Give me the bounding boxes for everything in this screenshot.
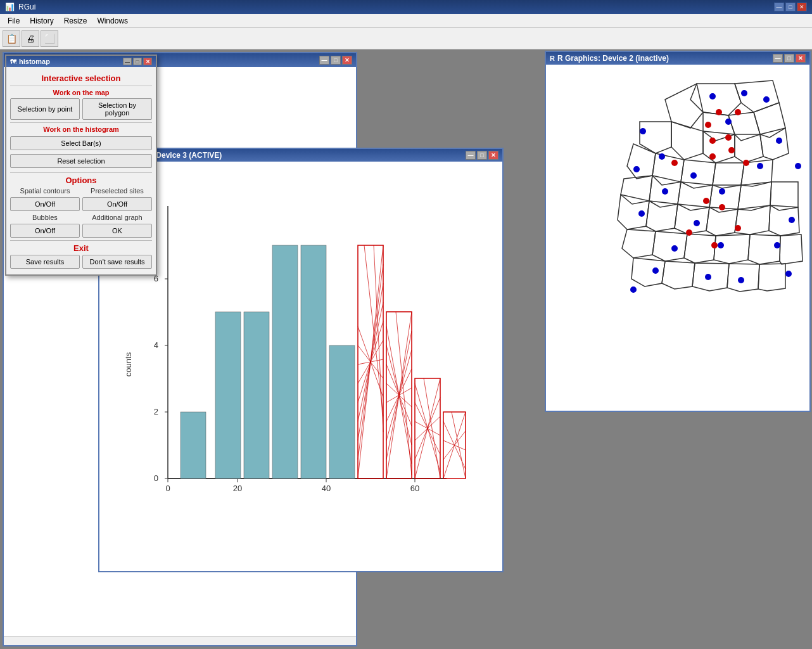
save-results-button[interactable]: Save results xyxy=(10,255,80,269)
svg-point-74 xyxy=(719,204,725,210)
svg-point-47 xyxy=(757,163,763,169)
svg-point-69 xyxy=(728,147,735,153)
minimize-button[interactable]: — xyxy=(774,3,784,11)
histomap-dialog: 🗺 histomap — □ ✕ Interactive selection W… xyxy=(5,55,157,276)
device3-window: R R Graphics: Device 3 (ACTIVE) — □ ✕ xyxy=(98,148,504,572)
selection-by-point-button[interactable]: Selection by point xyxy=(10,98,80,120)
histogram-svg: 0 2 4 6 0 20 40 xyxy=(117,174,485,555)
svg-point-53 xyxy=(638,210,645,217)
device2-title-bar: R R Graphics: Device 2 (inactive) — □ ✕ xyxy=(546,52,809,65)
svg-point-76 xyxy=(686,229,692,236)
svg-point-75 xyxy=(735,225,741,231)
bubbles-label: Bubbles xyxy=(10,214,80,221)
selection-by-polygon-button[interactable]: Selection by polygon xyxy=(82,98,152,120)
histomap-body: Interactive selection Work on the map Se… xyxy=(6,67,156,274)
toolbar: 📋 🖨 ⬜ xyxy=(0,28,812,49)
svg-point-67 xyxy=(709,138,716,144)
svg-point-40 xyxy=(741,90,747,96)
device2-icon: R xyxy=(550,55,555,62)
app-title: RGui xyxy=(18,3,35,11)
svg-point-71 xyxy=(671,160,678,166)
svg-point-55 xyxy=(789,217,795,223)
histomap-restore[interactable]: □ xyxy=(133,58,142,65)
svg-point-66 xyxy=(705,122,711,128)
window-controls: — □ ✕ xyxy=(774,3,807,11)
histogram-area: 0 2 4 6 0 20 40 xyxy=(99,162,502,567)
map-svg xyxy=(546,65,809,407)
svg-point-48 xyxy=(633,166,640,172)
console-scrollbar[interactable] xyxy=(4,636,356,645)
svg-point-56 xyxy=(718,242,724,248)
reset-selection-button[interactable]: Reset selection xyxy=(10,154,152,168)
svg-point-52 xyxy=(719,188,725,195)
bubbles-toggle[interactable]: On/Off xyxy=(10,224,80,238)
svg-point-64 xyxy=(716,109,722,115)
additional-graph-ok[interactable]: OK xyxy=(82,224,152,238)
app-title-bar: 📊 RGui — □ ✕ xyxy=(0,0,812,14)
histomap-close[interactable]: ✕ xyxy=(143,58,152,65)
histomap-title-bar: 🗺 histomap — □ ✕ xyxy=(6,56,156,67)
svg-text:60: 60 xyxy=(410,484,419,493)
svg-text:20: 20 xyxy=(233,484,242,493)
device2-window: R R Graphics: Device 2 (inactive) — □ ✕ xyxy=(545,51,811,412)
svg-point-45 xyxy=(776,138,782,144)
menu-file[interactable]: File xyxy=(3,15,25,27)
svg-rect-0 xyxy=(551,65,804,407)
console-close[interactable]: ✕ xyxy=(342,56,352,65)
dont-save-button[interactable]: Don't save results xyxy=(82,255,152,269)
app-icon: 📊 xyxy=(5,3,15,11)
options-label: Options xyxy=(10,176,152,185)
svg-point-54 xyxy=(694,220,700,226)
svg-text:0: 0 xyxy=(154,473,158,483)
console-minimize[interactable]: — xyxy=(319,56,329,65)
svg-text:4: 4 xyxy=(154,340,158,350)
svg-point-57 xyxy=(671,245,678,252)
svg-text:0: 0 xyxy=(165,484,170,493)
svg-point-42 xyxy=(763,96,770,103)
close-button[interactable]: ✕ xyxy=(797,3,807,11)
histomap-title: histomap xyxy=(19,58,50,65)
svg-rect-102 xyxy=(301,245,326,479)
map-area xyxy=(546,65,809,407)
menu-resize[interactable]: Resize xyxy=(59,15,92,27)
maximize-button[interactable]: □ xyxy=(785,3,796,11)
svg-point-73 xyxy=(703,198,709,204)
svg-text:2: 2 xyxy=(154,407,158,416)
svg-point-43 xyxy=(725,119,732,125)
device3-title-bar: R R Graphics: Device 3 (ACTIVE) — □ ✕ xyxy=(99,149,502,162)
preselected-sites-toggle[interactable]: On/Off xyxy=(82,197,152,211)
svg-point-61 xyxy=(738,277,744,283)
svg-point-65 xyxy=(735,109,741,115)
svg-point-68 xyxy=(725,134,732,141)
device3-maximize[interactable]: □ xyxy=(477,151,487,160)
svg-point-50 xyxy=(690,172,697,179)
svg-point-63 xyxy=(630,286,637,293)
device3-minimize[interactable]: — xyxy=(466,151,476,160)
toolbar-btn-1[interactable]: 📋 xyxy=(3,30,20,47)
device2-maximize[interactable]: □ xyxy=(784,54,794,63)
svg-text:40: 40 xyxy=(322,484,331,493)
select-bars-button[interactable]: Select Bar(s) xyxy=(10,136,152,150)
device2-close[interactable]: ✕ xyxy=(796,54,806,63)
svg-point-44 xyxy=(640,128,646,134)
svg-text:counts: counts xyxy=(124,352,133,376)
menu-windows[interactable]: Windows xyxy=(92,15,133,27)
toolbar-btn-2[interactable]: 🖨 xyxy=(22,30,39,47)
menu-history[interactable]: History xyxy=(25,15,58,27)
svg-rect-100 xyxy=(244,312,269,479)
device2-minimize[interactable]: — xyxy=(773,54,783,63)
svg-point-70 xyxy=(709,153,716,160)
svg-point-41 xyxy=(709,93,716,100)
svg-point-77 xyxy=(711,242,718,248)
svg-rect-101 xyxy=(272,245,298,479)
console-maximize[interactable]: □ xyxy=(331,56,341,65)
histomap-minimize[interactable]: — xyxy=(123,58,132,65)
spatial-contours-toggle[interactable]: On/Off xyxy=(10,197,80,211)
svg-point-58 xyxy=(774,242,780,248)
svg-point-46 xyxy=(659,153,665,160)
toolbar-btn-3[interactable]: ⬜ xyxy=(41,30,58,47)
svg-point-62 xyxy=(705,274,711,280)
spatial-contours-label: Spatial contours xyxy=(10,187,80,195)
svg-rect-99 xyxy=(215,312,241,479)
device3-close[interactable]: ✕ xyxy=(488,151,498,160)
